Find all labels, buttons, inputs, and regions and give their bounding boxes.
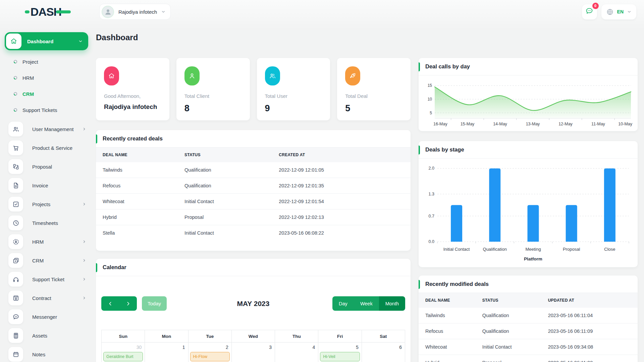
calendar-view-switcher: Day Week Month [332, 296, 405, 311]
app-logo[interactable]: DASH [25, 6, 71, 17]
sidebar-item-label: Messenger [32, 314, 57, 320]
clock-icon [8, 216, 23, 230]
sidebar-item[interactable]: Contract [0, 289, 96, 307]
sidebar-item[interactable]: User Management [0, 120, 96, 138]
calendar-weekday-header: Wed [231, 330, 275, 343]
recently-modified-deals-card: Recently modified deals DEAL NAME STATUS… [419, 276, 638, 362]
stat-value: 5 [345, 103, 402, 114]
deal-calls-area-chart: 5101516-May15-May14-May13-May12-May11-Ma… [423, 77, 634, 128]
table-column-header: CREATED AT [272, 147, 411, 162]
proposal-icon [8, 159, 23, 174]
table-row: Hybrid Proposal 2023-05-16 06:11:08 [419, 355, 638, 362]
calendar-card: Calendar Today MAY 2023 Day Week Month S… [96, 259, 411, 362]
svg-text:11-May: 11-May [591, 122, 605, 126]
table-row: Refocus Qualification 2022-12-09 12:01:3… [96, 178, 411, 194]
calendar-event[interactable]: Hi-Flow [190, 352, 230, 361]
calendar-view-button[interactable]: Day [332, 296, 354, 311]
messenger-icon [8, 309, 23, 324]
calendar-prev-button[interactable] [101, 296, 119, 311]
language-selector[interactable]: EN [601, 4, 636, 19]
deal-name-cell: Hybrid [419, 355, 476, 362]
headphones-icon [8, 272, 23, 287]
calendar-today-button[interactable]: Today [142, 296, 167, 311]
deal-name-cell: Refocus [419, 323, 476, 339]
calendar-day-cell[interactable]: 30 Geraldine Burt [102, 343, 145, 362]
calendar-view-button[interactable]: Month [379, 296, 405, 311]
stat-card: Total Deal 5 [337, 58, 411, 120]
sidebar-item[interactable]: Timesheets [0, 214, 96, 232]
sidebar-item[interactable]: Support Ticket [0, 270, 96, 289]
sidebar: Dashboard Project HRM CRM Support Ticket… [0, 23, 96, 362]
check-square-icon [8, 197, 23, 212]
sidebar-item[interactable]: Projects [0, 195, 96, 214]
deal-date-cell: 2023-05-16 06:08:22 [272, 225, 411, 241]
sidebar-item-label: User Management [32, 126, 73, 132]
sidebar-item[interactable]: Notes [0, 345, 96, 362]
logo-dot [25, 10, 30, 13]
table-row: Refocus Qualification 2023-05-16 06:11:0… [419, 323, 638, 339]
sidebar-sub-item-label: Project [22, 59, 38, 65]
svg-text:Meeting: Meeting [525, 247, 541, 252]
calendar-day-cell[interactable]: 1 [145, 343, 188, 362]
calendar-day-cell[interactable]: 2 Hi-Flow [188, 343, 231, 362]
card-title: Deal calls by day [419, 58, 638, 75]
svg-text:2.0: 2.0 [429, 166, 434, 171]
calendar-day-cell[interactable]: 4 [275, 343, 318, 362]
company-switcher[interactable]: Rajodiya infotech [99, 4, 171, 20]
sidebar-item[interactable]: HRM [0, 232, 96, 251]
calendar-date-number: 2 [189, 343, 231, 351]
deal-status-cell: Proposal [476, 355, 541, 362]
svg-text:14-May: 14-May [493, 122, 507, 126]
calendar-event[interactable]: Hi-Veil [320, 352, 360, 361]
recently-created-deals-card: Recently created deals DEAL NAME STATUS … [96, 130, 411, 251]
sidebar-sub-item[interactable]: Support Tickets [0, 102, 96, 118]
sidebar-item-dashboard[interactable]: Dashboard [5, 32, 88, 50]
stat-card: Total User 9 [257, 58, 330, 120]
svg-text:0.0: 0.0 [429, 239, 434, 244]
calendar-weekday-header: Tue [188, 330, 231, 343]
messages-button[interactable]: 0 [582, 4, 597, 19]
deal-date-cell: 2023-05-16 06:11:09 [541, 323, 638, 339]
svg-text:1.3: 1.3 [429, 192, 434, 196]
chevron-right-icon [82, 296, 87, 300]
dashboard-app: DASH Rajodiya infotech 0 EN Dashboard [0, 0, 644, 362]
deal-date-cell: 2023-05-16 09:34:08 [541, 339, 638, 355]
deal-name-cell: Whitecoat [96, 194, 178, 209]
calendar-day-cell[interactable]: 5 Hi-Veil [318, 343, 362, 362]
calendar-weekday-header: Mon [145, 330, 188, 343]
contract-icon [8, 291, 23, 305]
sidebar-item[interactable]: CRM [0, 251, 96, 270]
sidebar-item[interactable]: Messenger [0, 307, 96, 326]
deal-name-cell: Tailwinds [96, 162, 178, 178]
svg-text:Close: Close [604, 247, 615, 252]
main-content: Dashboard Good Afternoon, Rajodiya infot… [96, 23, 644, 362]
calendar-date-number: 1 [145, 343, 188, 351]
deal-status-cell: Initial Contact [178, 194, 272, 209]
sidebar-sub-item[interactable]: HRM [0, 70, 96, 86]
sidebar-item[interactable]: Assets [0, 326, 96, 345]
deal-date-cell: 2022-12-09 12:02:13 [272, 209, 411, 225]
sidebar-sub-item[interactable]: Project [0, 54, 96, 70]
rocket-icon [345, 66, 360, 85]
calendar-date-number: 6 [362, 343, 405, 351]
calendar-next-button[interactable] [119, 296, 137, 311]
language-code: EN [617, 9, 624, 14]
deal-date-cell: 2023-05-16 06:11:08 [541, 355, 638, 362]
table-row: Hybrid Proposal 2022-12-09 12:02:13 [96, 209, 411, 225]
sidebar-sub-item[interactable]: CRM [0, 86, 96, 102]
sidebar-item[interactable]: Invoice [0, 176, 96, 195]
sidebar-item-label: Support Ticket [32, 277, 64, 282]
card-title: Deals by stage [419, 141, 638, 159]
stat-label: Good Afternoon, [104, 93, 161, 99]
calendar-view-button[interactable]: Week [354, 296, 379, 311]
sidebar-item[interactable]: Proposal [0, 157, 96, 176]
svg-text:Initial Contact: Initial Contact [443, 247, 470, 252]
deal-status-cell: Qualification [476, 308, 541, 323]
sidebar-item[interactable]: Product & Service [0, 138, 96, 157]
calendar-day-cell[interactable]: 6 [362, 343, 405, 362]
table-row: Tailwinds Qualification 2022-12-09 12:01… [96, 162, 411, 178]
crm-icon [8, 253, 23, 268]
calendar-event[interactable]: Geraldine Burt [103, 352, 143, 361]
table-row: Whitecoat Initial Contact 2023-05-16 09:… [419, 339, 638, 355]
calendar-day-cell[interactable]: 3 [231, 343, 275, 362]
